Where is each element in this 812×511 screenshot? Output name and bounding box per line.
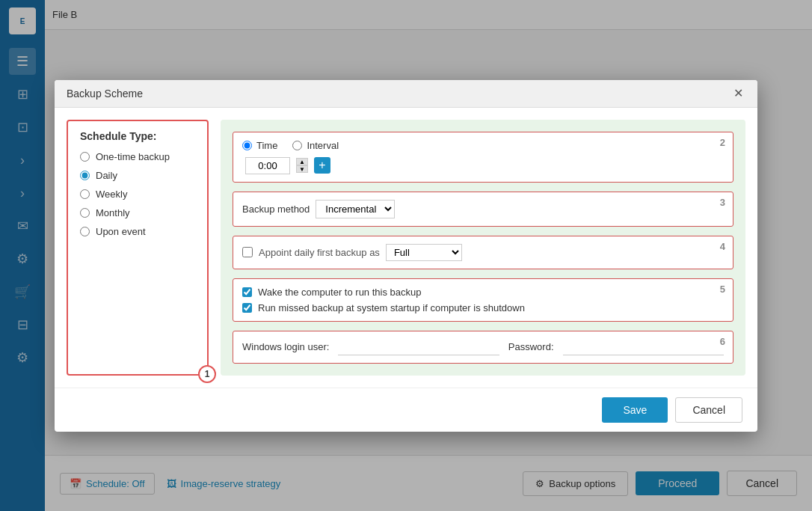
appoint-row: Appoint daily first backup as Full Incre… bbox=[242, 244, 724, 261]
run-missed-checkbox[interactable] bbox=[242, 303, 252, 313]
time-input[interactable] bbox=[245, 157, 290, 174]
spinner-down-button[interactable]: ▼ bbox=[296, 165, 308, 173]
section4-badge: 4 bbox=[720, 241, 725, 252]
time-spinner: ▲ ▼ bbox=[296, 158, 308, 173]
section6-badge: 6 bbox=[720, 336, 725, 347]
run-missed-label: Run missed backup at system startup if c… bbox=[258, 302, 525, 313]
schedule-type-panel: Schedule Type: One-time backup Daily Wee… bbox=[67, 120, 209, 376]
password-label: Password: bbox=[508, 341, 554, 352]
wake-computer-label: Wake the computer to run this backup bbox=[258, 287, 421, 298]
radio-one-time-label: One-time backup bbox=[96, 151, 170, 162]
backup-scheme-dialog: Backup Scheme ✕ Schedule Type: One-time … bbox=[55, 80, 757, 432]
schedule-type-radio-group: One-time backup Daily Weekly Monthly bbox=[80, 151, 195, 237]
login-label: Windows login user: bbox=[242, 341, 329, 352]
time-input-row: ▲ ▼ + bbox=[245, 157, 724, 174]
close-button[interactable]: ✕ bbox=[731, 86, 745, 101]
section4-box: 4 Appoint daily first backup as Full Inc… bbox=[233, 236, 733, 269]
appoint-checkbox[interactable] bbox=[242, 247, 253, 257]
save-button[interactable]: Save bbox=[602, 397, 668, 423]
dialog-footer: Save Cancel bbox=[55, 388, 757, 432]
appoint-select[interactable]: Full Incremental Differential bbox=[386, 244, 462, 261]
radio-one-time[interactable]: One-time backup bbox=[80, 151, 195, 162]
checkbox-section: Wake the computer to run this backup Run… bbox=[242, 287, 724, 313]
section5-box: 5 Wake the computer to run this backup R… bbox=[233, 278, 733, 322]
section2-badge: 2 bbox=[720, 137, 725, 148]
radio-daily-label: Daily bbox=[96, 170, 117, 181]
cancel-button[interactable]: Cancel bbox=[675, 397, 742, 423]
section2-box: 2 Time Interval bbox=[233, 132, 733, 183]
radio-time-input[interactable] bbox=[242, 141, 252, 150]
radio-monthly-label: Monthly bbox=[96, 207, 130, 218]
radio-monthly-input[interactable] bbox=[80, 208, 90, 218]
run-missed-checkbox-row[interactable]: Run missed backup at system startup if c… bbox=[242, 302, 724, 313]
section3-box: 3 Backup method Incremental Full Differe… bbox=[233, 192, 733, 227]
appoint-label: Appoint daily first backup as bbox=[259, 247, 380, 258]
section3-badge: 3 bbox=[720, 197, 725, 208]
interval-label: Interval bbox=[307, 140, 339, 151]
section1-badge: 1 bbox=[198, 365, 216, 383]
spinner-up-button[interactable]: ▲ bbox=[296, 158, 308, 165]
time-row: Time Interval bbox=[242, 140, 724, 151]
backup-method-select[interactable]: Incremental Full Differential bbox=[316, 200, 395, 218]
login-row: Windows login user: Password: bbox=[242, 339, 724, 355]
section5-badge: 5 bbox=[720, 284, 725, 295]
radio-upon-event[interactable]: Upon event bbox=[80, 226, 195, 237]
method-row: Backup method Incremental Full Different… bbox=[242, 200, 724, 218]
dialog-title: Backup Scheme bbox=[67, 88, 143, 100]
schedule-type-title: Schedule Type: bbox=[80, 130, 195, 142]
radio-upon-event-label: Upon event bbox=[96, 226, 146, 237]
radio-interval[interactable]: Interval bbox=[292, 140, 339, 151]
radio-interval-input[interactable] bbox=[292, 141, 302, 150]
radio-weekly-label: Weekly bbox=[96, 189, 127, 200]
dialog-body: Schedule Type: One-time backup Daily Wee… bbox=[55, 108, 757, 388]
radio-daily[interactable]: Daily bbox=[80, 170, 195, 181]
login-input[interactable] bbox=[338, 339, 499, 355]
radio-weekly-input[interactable] bbox=[80, 189, 90, 199]
time-section: Time Interval ▲ ▼ bbox=[242, 140, 724, 174]
section6-box: 6 Windows login user: Password: bbox=[233, 331, 733, 364]
password-input[interactable] bbox=[563, 339, 724, 355]
dialog-overlay: Backup Scheme ✕ Schedule Type: One-time … bbox=[0, 0, 812, 511]
radio-upon-event-input[interactable] bbox=[80, 227, 90, 236]
radio-one-time-input[interactable] bbox=[80, 152, 90, 162]
wake-computer-checkbox[interactable] bbox=[242, 287, 252, 297]
radio-monthly[interactable]: Monthly bbox=[80, 207, 195, 218]
radio-daily-input[interactable] bbox=[80, 171, 90, 180]
add-time-button[interactable]: + bbox=[314, 157, 330, 174]
radio-weekly[interactable]: Weekly bbox=[80, 189, 195, 200]
time-label: Time bbox=[256, 140, 277, 151]
dialog-titlebar: Backup Scheme ✕ bbox=[55, 80, 757, 108]
method-label: Backup method bbox=[242, 204, 310, 215]
radio-time[interactable]: Time bbox=[242, 140, 277, 151]
right-panel: 2 Time Interval bbox=[221, 120, 745, 376]
wake-computer-checkbox-row[interactable]: Wake the computer to run this backup bbox=[242, 287, 724, 298]
